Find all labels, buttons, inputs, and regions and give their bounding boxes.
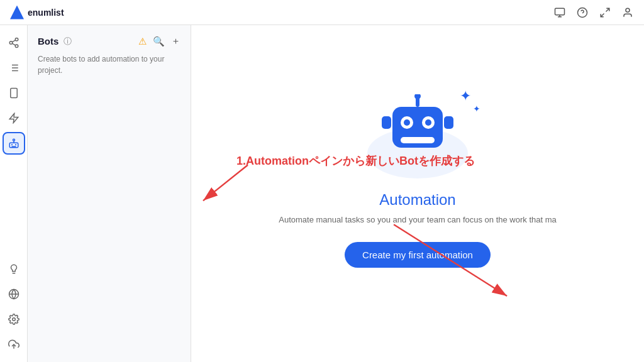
sidebar-item-mobile[interactable] (3, 82, 25, 104)
svg-point-4 (626, 8, 630, 12)
svg-rect-35 (401, 137, 435, 143)
svg-point-33 (404, 119, 410, 126)
automation-description: Automate manual tasks so you and your te… (279, 215, 557, 224)
sidebar-item-export[interactable] (3, 333, 25, 356)
svg-line-39 (203, 165, 248, 201)
topbar: enumlist (0, 0, 644, 25)
svg-point-7 (15, 45, 18, 48)
user-icon[interactable] (621, 6, 634, 19)
search-icon[interactable]: 🔍 (153, 36, 165, 47)
svg-point-20 (13, 139, 14, 141)
main-layout: Bots ⓘ ⚠ 🔍 ＋ Create bots to add automati… (0, 25, 644, 362)
sidebar-item-bulb[interactable] (3, 258, 25, 280)
svg-line-2 (606, 8, 609, 11)
svg-point-6 (9, 41, 13, 45)
svg-rect-36 (382, 116, 391, 129)
svg-point-29 (414, 94, 421, 99)
robot-svg (377, 94, 458, 176)
logo-text: enumlist (28, 8, 64, 18)
bots-panel-action-icons: ⚠ 🔍 ＋ (138, 35, 180, 47)
sidebar-item-settings[interactable] (3, 308, 25, 331)
svg-rect-37 (444, 116, 453, 129)
expand-icon[interactable] (599, 6, 611, 19)
create-automation-button[interactable]: Create my first automation (345, 242, 491, 268)
info-icon[interactable]: ⓘ (64, 36, 72, 47)
sidebar-item-share[interactable] (3, 31, 25, 54)
warning-icon: ⚠ (138, 36, 147, 47)
sparkle-icon: ✦ (460, 88, 471, 104)
svg-rect-0 (555, 8, 565, 15)
svg-marker-18 (9, 114, 18, 123)
robot-illustration: ✦ ✦ (377, 94, 458, 178)
automation-title: Automation (379, 191, 455, 209)
svg-line-8 (12, 43, 15, 45)
sparkle-small-icon: ✦ (473, 104, 480, 114)
main-content: ✦ ✦ Automation Automate manual (191, 25, 644, 362)
sidebar-item-list[interactable] (3, 57, 25, 79)
bots-panel-description: Create bots to add automation to your pr… (38, 53, 180, 76)
bots-panel: Bots ⓘ ⚠ 🔍 ＋ Create bots to add automati… (28, 25, 191, 362)
sidebar-item-bolt[interactable] (3, 107, 25, 129)
logo-icon (10, 6, 24, 19)
bots-panel-header: Bots ⓘ ⚠ 🔍 ＋ (38, 35, 180, 47)
topbar-icons (553, 6, 634, 19)
svg-line-3 (601, 13, 604, 16)
help-icon[interactable] (576, 6, 589, 19)
sidebar-nav (0, 25, 28, 362)
bots-panel-title: Bots (38, 36, 58, 47)
sidebar-item-bot[interactable] (3, 132, 25, 155)
svg-line-9 (12, 40, 15, 42)
svg-point-5 (15, 38, 18, 41)
sidebar-item-globe[interactable] (3, 283, 25, 305)
notification-icon[interactable] (553, 6, 566, 19)
svg-point-34 (425, 119, 431, 126)
logo: enumlist (10, 6, 64, 19)
svg-point-26 (12, 318, 15, 321)
add-icon[interactable]: ＋ (171, 35, 180, 47)
